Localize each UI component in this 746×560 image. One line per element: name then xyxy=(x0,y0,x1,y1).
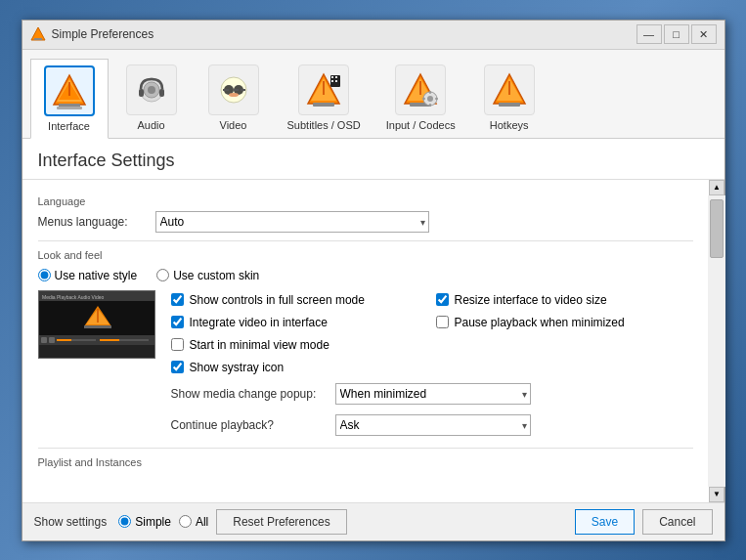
scrollbar-thumb[interactable] xyxy=(710,199,724,258)
interface-icon-bg xyxy=(44,65,95,116)
skin-radio-group: Use native style Use custom skin xyxy=(38,269,693,282)
bottom-bar: Show settings Simple All Reset Preferenc… xyxy=(22,502,724,540)
window-controls: — □ ✕ xyxy=(636,24,717,44)
interface-preview: Media Playback Audio Video xyxy=(38,290,155,359)
minimize-button[interactable]: — xyxy=(636,24,662,44)
svg-rect-12 xyxy=(159,89,164,97)
video-icon-bg xyxy=(208,65,259,115)
continue-playback-select[interactable]: Ask Always Never xyxy=(335,414,531,436)
media-popup-wrapper: When minimized Always Never xyxy=(335,383,531,405)
scrollbar-up-button[interactable]: ▲ xyxy=(709,180,724,195)
custom-skin-radio[interactable]: Use custom skin xyxy=(156,269,259,282)
svg-text:Media  Playback  Audio  Video: Media Playback Audio Video xyxy=(42,294,105,300)
minimal-view-label: Start in minimal view mode xyxy=(190,338,329,352)
pause-minimized-input[interactable] xyxy=(436,316,449,328)
settings-scroll[interactable]: Language Menus language: Auto English Fr… xyxy=(22,180,709,502)
svg-rect-17 xyxy=(223,89,229,91)
svg-rect-36 xyxy=(429,104,431,107)
svg-rect-23 xyxy=(313,103,334,107)
show-systray-label: Show systray icon xyxy=(190,361,285,374)
integrate-video-label: Integrate video in interface xyxy=(190,316,328,329)
reset-button[interactable]: Reset Preferences xyxy=(216,509,346,535)
separator-2 xyxy=(38,448,693,449)
scrollbar-down-button[interactable]: ▼ xyxy=(709,487,724,502)
tab-audio-label: Audio xyxy=(137,119,164,131)
content-header: Interface Settings xyxy=(22,139,724,180)
all-radio[interactable]: All xyxy=(179,515,208,529)
native-style-input[interactable] xyxy=(38,269,51,281)
svg-point-10 xyxy=(148,86,155,94)
all-radio-label: All xyxy=(196,515,208,529)
continue-playback-wrapper: Ask Always Never xyxy=(335,414,531,436)
integrate-video-input[interactable] xyxy=(171,316,184,328)
content-area: Interface Settings Language Menus langua… xyxy=(22,139,724,502)
menus-language-row: Menus language: Auto English French Germ… xyxy=(38,211,693,233)
tab-hotkeys-label: Hotkeys xyxy=(490,119,529,131)
svg-rect-37 xyxy=(422,98,425,100)
tab-hotkeys[interactable]: Hotkeys xyxy=(470,58,549,138)
svg-rect-35 xyxy=(429,91,431,94)
media-popup-row: Show media change popup: When minimized … xyxy=(171,383,693,405)
simple-radio-input[interactable] xyxy=(118,515,131,528)
language-section-label: Language xyxy=(38,195,693,207)
continue-playback-label: Continue playback? xyxy=(171,418,328,432)
all-radio-input[interactable] xyxy=(179,515,192,528)
simple-radio[interactable]: Simple xyxy=(118,515,171,529)
look-feel-section-label: Look and feel xyxy=(38,249,693,261)
cancel-button[interactable]: Cancel xyxy=(642,509,712,535)
minimal-view-checkbox[interactable]: Start in minimal view mode xyxy=(171,338,428,352)
show-controls-input[interactable] xyxy=(171,293,184,306)
tab-audio[interactable]: Audio xyxy=(112,58,191,138)
tab-interface-label: Interface xyxy=(48,120,90,132)
scrollbar-track: ▲ ▼ xyxy=(709,180,724,502)
svg-rect-28 xyxy=(335,80,337,82)
save-button[interactable]: Save xyxy=(575,509,635,535)
tab-input[interactable]: Input / Codecs xyxy=(375,58,466,138)
svg-rect-53 xyxy=(49,337,55,343)
show-systray-input[interactable] xyxy=(171,361,184,373)
minimal-view-input[interactable] xyxy=(171,338,184,351)
maximize-button[interactable]: □ xyxy=(664,24,689,44)
svg-rect-42 xyxy=(499,103,520,107)
show-controls-checkbox[interactable]: Show controls in full screen mode xyxy=(171,293,428,307)
pause-minimized-label: Pause playback when minimized xyxy=(455,316,625,329)
media-popup-label: Show media change popup: xyxy=(171,387,328,401)
page-title: Interface Settings xyxy=(38,151,709,171)
tab-video[interactable]: Video xyxy=(195,58,273,138)
title-bar: Simple Preferences — □ ✕ xyxy=(22,21,724,50)
svg-rect-11 xyxy=(139,89,144,97)
tab-subtitles-label: Subtitles / OSD xyxy=(287,119,361,131)
resize-interface-checkbox[interactable]: Resize interface to video size xyxy=(436,293,693,307)
tab-subtitles[interactable]: Subtitles / OSD xyxy=(277,58,372,138)
resize-interface-input[interactable] xyxy=(436,293,449,306)
scrollbar-area xyxy=(708,195,725,487)
close-button[interactable]: ✕ xyxy=(691,24,717,44)
audio-icon-bg xyxy=(126,65,177,115)
svg-rect-27 xyxy=(331,80,333,82)
svg-rect-55 xyxy=(57,339,71,341)
window-title: Simple Preferences xyxy=(52,27,636,41)
custom-skin-input[interactable] xyxy=(156,269,169,281)
hotkeys-icon-bg xyxy=(484,65,535,115)
vlc-preferences-window: Simple Preferences — □ ✕ Interface xyxy=(22,20,725,541)
subtitles-icon-bg xyxy=(298,65,349,115)
menus-language-label: Menus language: xyxy=(38,215,155,229)
svg-rect-52 xyxy=(41,337,47,343)
preview-area: Media Playback Audio Video xyxy=(38,290,693,440)
tab-interface[interactable]: Interface xyxy=(30,59,109,139)
resize-interface-label: Resize interface to video size xyxy=(455,293,607,307)
separator-1 xyxy=(38,240,693,241)
tab-bar: Interface Audio xyxy=(22,50,724,139)
show-systray-checkbox[interactable]: Show systray icon xyxy=(171,361,428,374)
svg-rect-57 xyxy=(100,339,119,341)
menus-language-select[interactable]: Auto English French German xyxy=(155,211,429,233)
svg-rect-7 xyxy=(57,107,82,109)
pause-minimized-checkbox[interactable]: Pause playback when minimized xyxy=(436,316,693,329)
media-popup-select[interactable]: When minimized Always Never xyxy=(335,383,531,405)
svg-rect-1 xyxy=(34,38,42,40)
integrate-video-checkbox[interactable]: Integrate video in interface xyxy=(171,316,428,329)
settings-area: Language Menus language: Auto English Fr… xyxy=(22,180,724,502)
svg-rect-38 xyxy=(435,98,438,100)
native-style-radio[interactable]: Use native style xyxy=(38,269,138,282)
svg-rect-50 xyxy=(84,325,111,328)
